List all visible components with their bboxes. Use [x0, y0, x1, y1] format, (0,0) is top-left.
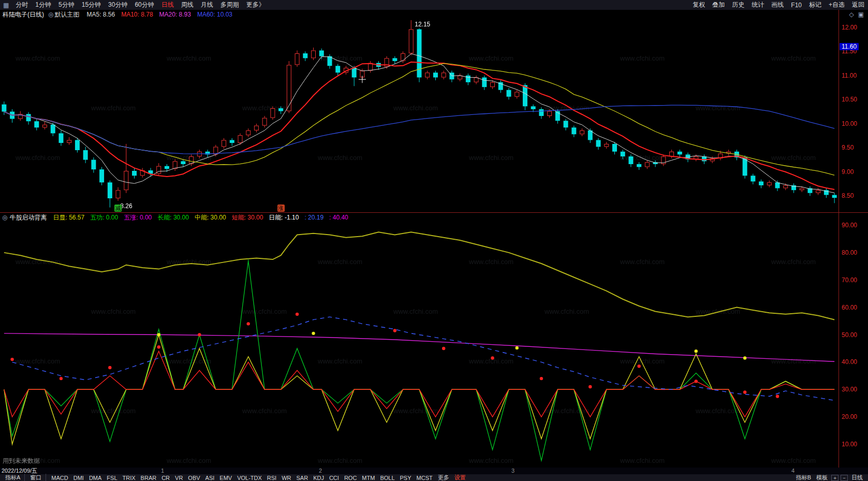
- axis-separator: [838, 10, 839, 468]
- main-layout-label[interactable]: 默认主图: [54, 10, 79, 19]
- period-tab-9[interactable]: 多周期: [220, 1, 239, 9]
- ma-value-0: MA5: 8.56: [86, 11, 115, 18]
- main-axis-label-3: 10.50: [842, 96, 857, 103]
- panel-separator: [0, 212, 868, 213]
- period-tab-4[interactable]: 30分钟: [108, 1, 127, 9]
- indicator-value-8: : 40.40: [329, 214, 348, 221]
- topmenu-item-1[interactable]: 叠加: [712, 1, 725, 9]
- main-axis-label-6: 9.00: [842, 168, 854, 176]
- indicator-tab-cci[interactable]: CCI: [329, 475, 339, 481]
- topmenu-item-2[interactable]: 历史: [732, 1, 744, 9]
- period-tab-7[interactable]: 周线: [181, 1, 194, 9]
- topmenu-item-6[interactable]: 标记: [809, 1, 821, 9]
- indicator-tab-dmi[interactable]: DMI: [73, 475, 84, 481]
- indicator-name[interactable]: 牛股启动背离: [9, 213, 47, 222]
- indicator-axis-label-2: 70.00: [842, 276, 857, 284]
- indicator-tab-boll[interactable]: BOLL: [380, 475, 394, 481]
- period-tab-6[interactable]: 日线: [161, 1, 174, 9]
- indicator-axis-label-5: 40.00: [842, 358, 857, 366]
- indicator-value-7: : 20.19: [304, 214, 323, 221]
- indicator-tab-strip: 指标A窗口MACDDMIDMAFSLTRIXBRARCRVROBVASIEMVV…: [3, 474, 468, 481]
- indicator-axis-label-8: 10.00: [842, 441, 857, 448]
- indicator-axis-label-0: 90.00: [842, 222, 857, 229]
- indicator-values: 日显: 56.57五功: 0.00五涨: 0.00长能: 30.00中能: 30…: [53, 213, 354, 222]
- main-axis-label-5: 9.50: [842, 144, 854, 151]
- indicator-tab-obv[interactable]: OBV: [188, 475, 200, 481]
- period-tab-1[interactable]: 1分钟: [35, 1, 51, 9]
- indicator-tab-psy[interactable]: PSY: [400, 475, 411, 481]
- indicator-group-b-0[interactable]: 指标B: [796, 474, 811, 481]
- indicator-tab-wr[interactable]: WR: [282, 475, 291, 481]
- indicator-group-b-1[interactable]: 模板: [816, 474, 828, 481]
- indicator-value-0: 日显: 56.57: [53, 214, 84, 221]
- settings-button[interactable]: 设置: [454, 474, 466, 481]
- period-label: 日线: [851, 474, 863, 481]
- main-axis-label-2: 11.00: [842, 72, 857, 79]
- period-tab-5[interactable]: 60分钟: [135, 1, 154, 9]
- topmenu-item-3[interactable]: 统计: [752, 1, 764, 9]
- top-right-menu: 复权叠加历史统计画线F10标记+自选返回: [689, 1, 868, 9]
- section-marker-2: 3: [511, 468, 514, 474]
- period-tab-2[interactable]: 5分钟: [58, 1, 75, 9]
- zoom-in-button[interactable]: ＋: [831, 475, 838, 481]
- main-axis-label-4: 10.00: [842, 120, 857, 127]
- topmenu-item-4[interactable]: 画线: [771, 1, 784, 9]
- indicator-tab-macd[interactable]: MACD: [51, 475, 68, 481]
- indicator-value-3: 长能: 30.00: [157, 214, 189, 221]
- bottom-indicator-bar: 指标A窗口MACDDMIDMAFSLTRIXBRARCRVROBVASIEMVV…: [0, 474, 868, 481]
- indicator-tab-trix[interactable]: TRIX: [123, 475, 136, 481]
- zoom-out-button[interactable]: －: [841, 475, 848, 481]
- indicator-tab-brar[interactable]: BRAR: [141, 475, 157, 481]
- indicator-tab-emv[interactable]: EMV: [219, 475, 232, 481]
- ma-value-2: MA20: 8.93: [159, 11, 191, 18]
- indicator-chart[interactable]: [0, 223, 838, 468]
- topmenu-item-5[interactable]: F10: [791, 2, 802, 9]
- indicator-axis-label-1: 80.00: [842, 249, 857, 256]
- period-tab-0[interactable]: 分时: [16, 1, 28, 9]
- main-candlestick-chart[interactable]: [0, 19, 838, 212]
- indicator-tab-vr[interactable]: VR: [175, 475, 183, 481]
- indicator-tab-dma[interactable]: DMA: [89, 475, 101, 481]
- indicator-tab-fsl[interactable]: FSL: [107, 475, 117, 481]
- period-tabs: 分时1分钟5分钟15分钟30分钟60分钟日线周线月线多周期更多》: [12, 1, 268, 9]
- indicator-tab-sar[interactable]: SAR: [297, 475, 308, 481]
- trading-app-window: ▦ 分时1分钟5分钟15分钟30分钟60分钟日线周线月线多周期更多》 复权叠加历…: [0, 0, 868, 481]
- layout-dot-icon[interactable]: ◎: [48, 11, 53, 18]
- indicator-tab-mtm[interactable]: MTM: [362, 475, 375, 481]
- favorite-diamond-icon[interactable]: ◇: [849, 11, 854, 18]
- indicator-tab-rsi[interactable]: RSI: [267, 475, 276, 481]
- current-price-tag: 11.60: [840, 43, 859, 50]
- indicator-tab-kdj[interactable]: KDJ: [313, 475, 324, 481]
- save-layout-icon[interactable]: ▣: [858, 11, 864, 18]
- indicator-value-5: 短能: 30.00: [232, 214, 263, 221]
- indicator-tab-mcst[interactable]: MCST: [417, 475, 433, 481]
- topmenu-item-7[interactable]: +自选: [829, 1, 845, 9]
- ma-value-3: MA60: 10.03: [197, 11, 232, 18]
- indicator-tab-asi[interactable]: ASI: [205, 475, 215, 481]
- indicator-tab-vol-tdx[interactable]: VOL-TDX: [237, 475, 262, 481]
- main-axis-label-7: 8.50: [842, 192, 854, 199]
- indicator-value-4: 中能: 30.00: [195, 214, 226, 221]
- app-menu-icon[interactable]: ▦: [3, 2, 9, 9]
- peak-annotation: 12.15: [415, 21, 430, 27]
- more-indicators-button[interactable]: 更多: [438, 474, 449, 481]
- indicator-axis-label-6: 30.00: [842, 386, 857, 393]
- future-data-note: 用到未来数据: [3, 457, 40, 465]
- indicator-tab-roc[interactable]: ROC: [344, 475, 357, 481]
- indicator-group-0[interactable]: 指标A: [5, 474, 25, 481]
- indicator-tab-cr[interactable]: CR: [161, 475, 170, 481]
- indicator-dot-icon[interactable]: ◎: [2, 214, 7, 221]
- period-tab-3[interactable]: 15分钟: [82, 1, 101, 9]
- period-tab-8[interactable]: 月线: [201, 1, 213, 9]
- indicator-value-2: 五涨: 0.00: [124, 214, 152, 221]
- indicator-axis-label-3: 60.00: [842, 304, 857, 311]
- topmenu-item-0[interactable]: 复权: [693, 1, 705, 9]
- indicator-axis-label-4: 50.00: [842, 331, 857, 339]
- indicator-group-1[interactable]: 窗口: [30, 474, 46, 481]
- indicator-header: ◎ 牛股启动背离 日显: 56.57五功: 0.00五涨: 0.00长能: 30…: [0, 213, 836, 222]
- topmenu-item-8[interactable]: 返回: [852, 1, 864, 9]
- signal-badge-0: 减: [114, 205, 122, 212]
- ma-values: MA5: 8.56MA10: 8.78MA20: 8.93MA60: 10.03: [86, 11, 239, 18]
- period-tab-10[interactable]: 更多》: [246, 1, 265, 9]
- indicator-value-6: 日能: -1.10: [269, 214, 299, 221]
